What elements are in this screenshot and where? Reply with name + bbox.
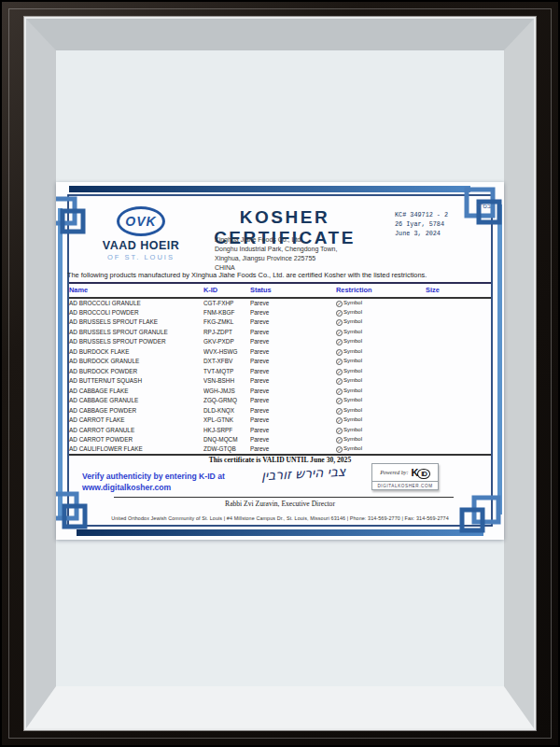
- cell-name: AD CARROT GRANULE: [69, 425, 203, 435]
- company-address-2: Xinghua, Jiangsu Province 225755: [215, 254, 337, 263]
- cell-status: Pareve: [250, 396, 336, 406]
- cell-kid: HKJ-SRPF: [203, 425, 250, 435]
- cell-name: AD BRUSSELS SPROUT POWDER: [69, 337, 203, 347]
- issue-date: June 3, 2024: [395, 230, 448, 239]
- cell-status: Pareve: [250, 405, 336, 416]
- cell-restriction: ✓Symbol: [336, 376, 426, 387]
- circle-check-icon: ✓: [336, 388, 343, 395]
- bsd-hebrew-mark: בס"ד: [477, 203, 491, 209]
- company-address-block: Xinghua Jiahe Foods Co., Ltd. Donghu Ind…: [215, 235, 337, 273]
- signatory-name: Rabbi Zvi Zuravin, Executive Director: [168, 500, 392, 508]
- cell-restriction: ✓Symbol: [336, 346, 426, 357]
- cell-kid: WVX-HSWG: [203, 346, 250, 357]
- circle-check-icon: ✓: [336, 446, 343, 453]
- cell-restriction: ✓Symbol: [336, 396, 426, 406]
- table-row: AD CABBAGE FLAKE WGH-JMJS Pareve ✓Symbol: [69, 386, 491, 396]
- cell-size: [426, 366, 491, 376]
- signature-rule: [114, 497, 454, 498]
- cell-name: AD BURDOCK POWDER: [69, 366, 203, 376]
- circle-check-icon: ✓: [336, 310, 343, 317]
- table-row: AD BRUSSELS SPROUT FLAKE FKG-ZMKL Pareve…: [69, 317, 491, 328]
- cell-name: AD BURDOCK GRANULE: [69, 357, 203, 367]
- table-row: AD CARROT FLAKE XPL-GTNK Pareve ✓Symbol: [69, 416, 491, 426]
- table-row: AD CARROT POWDER DNQ-MQCM Pareve ✓Symbol: [69, 435, 491, 445]
- table-row: AD BURDOCK FLAKE WVX-HSWG Pareve ✓Symbol: [69, 346, 491, 357]
- cell-kid: TVT-MQTP: [203, 366, 250, 376]
- table-row: AD CARROT GRANULE HKJ-SRPF Pareve ✓Symbo…: [69, 425, 491, 435]
- framed-certificate-photo: OVK VAAD HOEIR OF ST. LOUIS KOSHER CERTI…: [0, 0, 560, 747]
- product-table: Name K-ID Status Restriction Size AD BRO…: [69, 282, 491, 456]
- table-row: AD BURDOCK POWDER TVT-MQTP Pareve ✓Symbo…: [69, 366, 491, 376]
- kid-powered-badge: Powered by: KID DIGITALKOSHER.COM: [371, 463, 439, 490]
- circle-check-icon: ✓: [336, 408, 343, 415]
- cell-status: Pareve: [250, 435, 336, 445]
- cell-name: AD BROCCOLI POWDER: [69, 307, 203, 317]
- kid-logo-id: ID: [417, 469, 430, 479]
- circle-check-icon: ✓: [336, 349, 343, 356]
- restriction-label: Symbol: [343, 300, 362, 305]
- cell-size: [426, 298, 491, 308]
- certificate-meta: KC# 349712 - 2 26 Iyar, 5784 June 3, 202…: [395, 211, 448, 239]
- cell-kid: CGT-FXHP: [203, 298, 250, 308]
- hebrew-date: 26 Iyar, 5784: [395, 220, 448, 230]
- cell-size: [426, 337, 491, 347]
- cell-size: [426, 435, 491, 445]
- restriction-label: Symbol: [343, 436, 362, 442]
- circle-check-icon: ✓: [336, 378, 343, 385]
- cell-status: Pareve: [250, 386, 336, 396]
- restriction-label: Symbol: [343, 377, 362, 383]
- cell-name: AD BURDOCK FLAKE: [69, 346, 203, 357]
- logo-org-subtitle: OF ST. LOUIS: [90, 253, 192, 261]
- cell-restriction: ✓Symbol: [336, 425, 426, 435]
- circle-check-icon: ✓: [336, 417, 343, 424]
- kid-logo-k: K: [411, 467, 417, 478]
- cell-status: Pareve: [250, 327, 336, 337]
- circle-check-icon: ✓: [336, 398, 343, 404]
- cell-size: [426, 327, 491, 337]
- table-row: AD CAULIFLOWER FLAKE ZDW-GTQB Pareve ✓Sy…: [69, 444, 491, 455]
- cell-size: [426, 307, 491, 317]
- ovk-oval-icon: OVK: [117, 206, 165, 236]
- product-table-body: AD BROCCOLI GRANULE CGT-FXHP Pareve ✓Sym…: [69, 298, 491, 455]
- cell-kid: WGH-JMJS: [203, 386, 250, 396]
- cell-name: AD BRUSSELS SPROUT GRANULE: [69, 327, 203, 337]
- restriction-label: Symbol: [343, 358, 362, 363]
- cell-name: AD CAULIFLOWER FLAKE: [69, 444, 203, 455]
- cell-size: [426, 444, 491, 455]
- cell-size: [426, 386, 491, 396]
- cell-kid: RPJ-ZDPT: [203, 327, 250, 337]
- table-row: AD BRUSSELS SPROUT POWDER GKV-PXDP Parev…: [69, 337, 491, 347]
- cell-restriction: ✓Symbol: [336, 405, 426, 416]
- picture-mat: OVK VAAD HOEIR OF ST. LOUIS KOSHER CERTI…: [26, 19, 534, 728]
- cell-name: AD BUTTERNUT SQUASH: [69, 376, 203, 387]
- col-header-status: Status: [250, 283, 336, 298]
- certification-statement: The following products manufactured by X…: [67, 271, 493, 279]
- kc-number: KC# 349712 - 2: [395, 211, 448, 220]
- cell-size: [426, 357, 491, 367]
- cell-status: Pareve: [250, 416, 336, 426]
- cell-size: [426, 376, 491, 387]
- circle-check-icon: ✓: [336, 437, 343, 444]
- restriction-label: Symbol: [343, 329, 362, 334]
- cell-kid: FKG-ZMKL: [203, 317, 250, 328]
- restriction-label: Symbol: [343, 416, 362, 422]
- restriction-label: Symbol: [343, 427, 362, 432]
- cell-status: Pareve: [250, 366, 336, 376]
- powered-by-label: Powered by:: [380, 470, 408, 475]
- verify-url: www.digitalkosher.com: [82, 483, 225, 494]
- col-header-kid: K-ID: [203, 283, 250, 298]
- verify-line-1: Verify authenticity by entering K-ID at: [82, 472, 225, 483]
- circle-check-icon: ✓: [336, 359, 343, 365]
- digitalkosher-domain: DIGITALKOSHER.COM: [372, 481, 438, 489]
- cell-restriction: ✓Symbol: [336, 444, 426, 455]
- cell-restriction: ✓Symbol: [336, 435, 426, 445]
- mat-opening: OVK VAAD HOEIR OF ST. LOUIS KOSHER CERTI…: [56, 50, 504, 686]
- table-row: AD BURDOCK GRANULE DXT-XFBV Pareve ✓Symb…: [69, 357, 491, 367]
- restriction-label: Symbol: [343, 348, 362, 354]
- circle-check-icon: ✓: [336, 369, 343, 375]
- table-row: AD CABBAGE GRANULE ZGQ-GRMQ Pareve ✓Symb…: [69, 396, 491, 406]
- cell-restriction: ✓Symbol: [336, 307, 426, 317]
- restriction-label: Symbol: [343, 318, 362, 324]
- cell-kid: XPL-GTNK: [203, 416, 250, 426]
- circle-check-icon: ✓: [336, 301, 343, 307]
